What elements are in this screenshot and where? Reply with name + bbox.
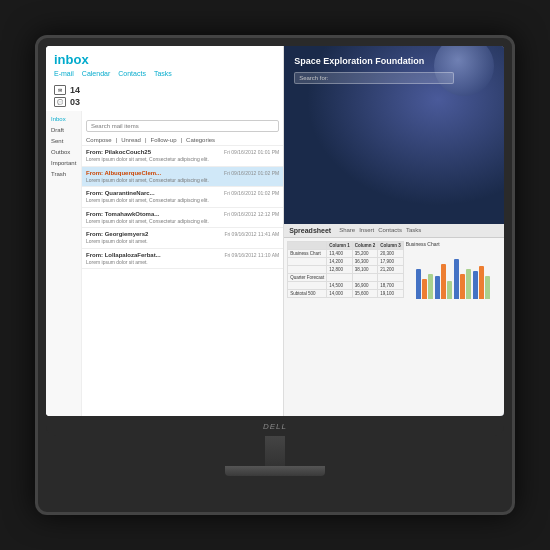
- ss-tab-insert[interactable]: Insert: [359, 227, 374, 233]
- email-date: Fri 09/16/2012 11:41 AM: [224, 231, 279, 237]
- nav-tasks[interactable]: Tasks: [154, 70, 172, 77]
- inbox-title: inbox: [54, 52, 275, 67]
- bar: [441, 264, 446, 299]
- ss-tab-tasks[interactable]: Tasks: [406, 227, 421, 233]
- email-preview: Lorem ipsum dolor sit amet, Consectetur …: [86, 218, 279, 225]
- nav-email[interactable]: E-mail: [54, 70, 74, 77]
- email-date: Fri 09/16/2012 01:01 PM: [224, 149, 279, 155]
- table-row: 14,20036,30017,900: [288, 257, 404, 265]
- bar: [479, 266, 484, 299]
- space-search-label: Search for:: [299, 75, 328, 81]
- sidebar-item-inbox[interactable]: Inbox: [49, 115, 78, 123]
- email-item[interactable]: From: PilakocCouch25Fri 09/16/2012 01:01…: [82, 146, 283, 167]
- search-input[interactable]: [86, 120, 279, 132]
- bar: [460, 274, 465, 299]
- inbox-count-row: ✉ 14: [54, 85, 275, 95]
- email-item[interactable]: From: LollapalozaFerbat...Fri 09/16/2012…: [82, 249, 283, 270]
- monitor-neck: [265, 436, 285, 466]
- space-search[interactable]: Search for:: [294, 72, 454, 84]
- chat-icon: 💬: [54, 97, 66, 107]
- email-date: Fri 09/16/2012 01:02 PM: [224, 190, 279, 196]
- sidebar-item-trash[interactable]: Trash: [49, 170, 78, 178]
- right-pane: Space Exploration Foundation Search for:…: [284, 46, 504, 416]
- toolbar-unread[interactable]: Unread: [121, 137, 141, 143]
- bar: [466, 269, 471, 299]
- table-row: Business Chart13,40035,20020,30068,900: [288, 249, 404, 257]
- ss-tab-share[interactable]: Share: [339, 227, 355, 233]
- email-main: Compose | Unread | Follow-up | Categorie…: [82, 111, 283, 416]
- email-from: From: AlbuquerqueClem...: [86, 170, 161, 176]
- email-nav: E-mail Calendar Contacts Tasks: [54, 70, 275, 77]
- spreadsheet-title: Spreadsheet: [289, 227, 331, 234]
- email-item[interactable]: From: TomahawkOtoma...Fri 09/16/2012 12:…: [82, 208, 283, 229]
- search-bar: [82, 111, 283, 135]
- email-preview: Lorem ipsum dolor sit amet, Consectetur …: [86, 177, 279, 184]
- toolbar-categories[interactable]: Categories: [186, 137, 215, 143]
- spreadsheet-tabs: Share Insert Contacts Tasks: [339, 227, 421, 233]
- bar: [473, 271, 478, 299]
- monitor-bottom-bezel: DELL: [46, 416, 504, 436]
- monitor: inbox E-mail Calendar Contacts Tasks ✉ 1…: [35, 35, 515, 515]
- email-from: From: LollapalozaFerbat...: [86, 252, 161, 258]
- email-preview: Lorem ipsum dolor sit amet.: [86, 238, 279, 245]
- spreadsheet-table-area: Column 1Column 2Column 3TotalBusiness Ch…: [287, 241, 404, 413]
- email-date: Fri 09/16/2012 01:02 PM: [224, 170, 279, 176]
- sidebar-item-draft[interactable]: Draft: [49, 126, 78, 134]
- space-section: Space Exploration Foundation Search for:: [284, 46, 504, 224]
- email-header: inbox E-mail Calendar Contacts Tasks: [46, 46, 283, 81]
- toolbar-compose[interactable]: Compose: [86, 137, 112, 143]
- table-row: Quarter Forecast800,500: [288, 273, 404, 281]
- email-sidebar-main: Inbox Draft Sent Outbox Important Trash …: [46, 111, 283, 416]
- sidebar-item-sent[interactable]: Sent: [49, 137, 78, 145]
- inbox-icon: ✉: [54, 85, 66, 95]
- email-preview: Lorem ipsum dolor sit amet, Consectetur …: [86, 197, 279, 204]
- table-row: 12,80038,10021,20072,100: [288, 265, 404, 273]
- bar-group: [435, 264, 452, 299]
- bar: [447, 281, 452, 299]
- table-row: Subtotal 50014,00035,60019,100: [288, 289, 404, 297]
- bar-group: [454, 259, 471, 299]
- monitor-screen: inbox E-mail Calendar Contacts Tasks ✉ 1…: [46, 46, 504, 416]
- chat-count: 03: [70, 97, 80, 107]
- email-date: Fri 09/16/2012 11:10 AM: [224, 252, 279, 258]
- email-from: From: QuarantineNarc...: [86, 190, 155, 196]
- nav-calendar[interactable]: Calendar: [82, 70, 110, 77]
- spreadsheet-section: Spreadsheet Share Insert Contacts Tasks …: [284, 224, 504, 416]
- email-item[interactable]: From: Georgiemyers2Fri 09/16/2012 11:41 …: [82, 228, 283, 249]
- email-item[interactable]: From: AlbuquerqueClem...Fri 09/16/2012 0…: [82, 167, 283, 188]
- dell-logo: DELL: [263, 422, 287, 431]
- email-preview: Lorem ipsum dolor sit amet, Consectetur …: [86, 156, 279, 163]
- email-from: From: Georgiemyers2: [86, 231, 148, 237]
- bar: [485, 276, 490, 299]
- bar: [422, 279, 427, 299]
- sidebar-item-important[interactable]: Important: [49, 159, 78, 167]
- inbox-count: 14: [70, 85, 80, 95]
- space-title: Space Exploration Foundation: [294, 56, 494, 66]
- bar-group: [416, 269, 433, 299]
- bar: [428, 274, 433, 299]
- monitor-base: [225, 466, 325, 476]
- spreadsheet-header: Spreadsheet Share Insert Contacts Tasks: [284, 224, 504, 238]
- spreadsheet-table: Column 1Column 2Column 3TotalBusiness Ch…: [287, 241, 404, 298]
- email-date: Fri 09/16/2012 12:12 PM: [224, 211, 279, 217]
- bar: [416, 269, 421, 299]
- email-client-pane: inbox E-mail Calendar Contacts Tasks ✉ 1…: [46, 46, 284, 416]
- table-row: 14,50036,90018,700: [288, 281, 404, 289]
- sidebar-item-outbox[interactable]: Outbox: [49, 148, 78, 156]
- bar-group: [473, 266, 490, 299]
- bar: [435, 276, 440, 299]
- email-list: From: PilakocCouch25Fri 09/16/2012 01:01…: [82, 146, 283, 416]
- email-item[interactable]: From: QuarantineNarc...Fri 09/16/2012 01…: [82, 187, 283, 208]
- chat-count-row: 💬 03: [54, 97, 275, 107]
- bar-chart: [414, 249, 492, 299]
- spreadsheet-chart-area: Business Chart: [406, 241, 501, 413]
- email-sidebar: Inbox Draft Sent Outbox Important Trash: [46, 111, 82, 416]
- chart-title: Business Chart: [406, 241, 440, 247]
- bar: [454, 259, 459, 299]
- nav-contacts[interactable]: Contacts: [118, 70, 146, 77]
- toolbar-followup[interactable]: Follow-up: [151, 137, 177, 143]
- email-from: From: PilakocCouch25: [86, 149, 151, 155]
- email-toolbar: Compose | Unread | Follow-up | Categorie…: [82, 135, 283, 146]
- email-counts: ✉ 14 💬 03: [46, 81, 283, 111]
- ss-tab-contacts[interactable]: Contacts: [378, 227, 402, 233]
